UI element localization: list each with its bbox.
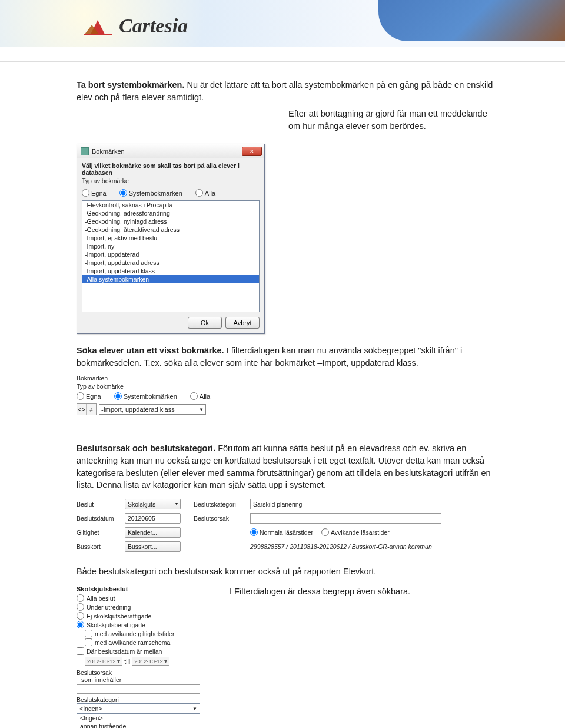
list-item[interactable]: -Import, uppdaterad adress	[82, 259, 259, 267]
field-control[interactable]: Kalender...	[125, 527, 181, 538]
checkbox-row[interactable]: med avvikande giltighetstider	[85, 629, 200, 638]
radio-label: Egna	[91, 190, 107, 197]
radio-option[interactable]: Avvikande läsårstider	[321, 528, 390, 536]
decision-row: BeslutSkolskjuts▾BeslutskategoriSärskild…	[77, 497, 441, 511]
p1-heading: Ta bort systembokmärken.	[77, 80, 184, 90]
radio-alla[interactable]: Alla	[195, 189, 215, 197]
date-from-picker[interactable]: 2012-10-12 ▾	[85, 657, 122, 666]
orsak-sub: som innehåller	[77, 676, 200, 683]
field-label-2: Beslutskategori	[194, 501, 250, 508]
radio-3[interactable]: Skolskjutsberättigade	[77, 620, 200, 629]
dialog-title: Bokmärken	[92, 148, 242, 155]
inline-radio-group: Normala läsårstiderAvvikande läsårstider	[250, 528, 390, 536]
radio-systembokmärken[interactable]: Systembokmärken	[119, 189, 182, 197]
date-range-check[interactable]: Där beslutsdatum är mellan	[77, 647, 200, 656]
filter-title: Skolskjutsbeslut	[77, 585, 200, 593]
decision-row: Beslutsdatum20120605Beslutsorsak	[77, 511, 441, 525]
list-item[interactable]: -Import, uppdaterad	[82, 250, 259, 259]
logo-icon	[82, 14, 113, 38]
paragraph-1: Ta bort systembokmärken. Nu är det lätta…	[77, 79, 500, 103]
paragraph-3: Söka elever utan ett visst bokmärke. I f…	[77, 345, 500, 369]
logo: Cartesia	[82, 14, 188, 38]
list-item[interactable]: -Geokodning, nyinlagd adress	[82, 217, 259, 226]
radio-label: Alla	[205, 190, 215, 197]
radio-group-type: EgnaSystembokmärkenAlla	[82, 188, 260, 200]
list-item[interactable]: -Elevkontroll, saknas i Procapita	[82, 201, 259, 209]
list-item[interactable]: -Geokodning, adressförändring	[82, 209, 259, 217]
radio-input[interactable]	[82, 189, 89, 197]
type-label: Typ av bokmärke	[82, 177, 260, 184]
bookmark-filter-panel: Bokmärken Typ av bokmärke EgnaSystembokm…	[77, 375, 206, 415]
radio-input[interactable]	[114, 392, 122, 400]
radio-alla[interactable]: Alla	[190, 392, 210, 400]
paragraph-2: Efter att borttagning är gjord får man e…	[288, 108, 500, 132]
bookmark-listbox[interactable]: -Elevkontroll, saknas i Procapita-Geokod…	[82, 200, 260, 312]
field-label: Giltighet	[77, 529, 125, 536]
field-control[interactable]: Skolskjuts▾	[125, 499, 181, 509]
bookmark-icon	[81, 147, 89, 155]
p4-heading: Beslutsorsak och beslutskategori.	[77, 444, 215, 453]
date-range-label: Där beslutsdatum är mellan	[87, 648, 162, 655]
date-range-checkbox[interactable]	[77, 647, 84, 655]
radio-egna[interactable]: Egna	[77, 392, 101, 400]
radio-input[interactable]	[190, 392, 198, 400]
ok-button[interactable]: Ok	[188, 317, 222, 329]
bookmark-delete-dialog: Bokmärken ✕ Välj vilket bokmärke som ska…	[77, 144, 265, 334]
bookmark-select-value: -Import, uppdaterad klass	[101, 406, 175, 413]
field-control[interactable]: 20120605	[125, 513, 181, 524]
date-sep: till	[124, 658, 130, 665]
date-to-picker[interactable]: 2012-10-12 ▾	[132, 657, 170, 666]
sf-title: Bokmärken	[77, 375, 206, 382]
radio-input[interactable]	[77, 392, 84, 400]
sf-radio-group: EgnaSystembokmärkenAlla	[77, 391, 206, 403]
list-item[interactable]: -Import, ny	[82, 242, 259, 250]
checkbox-row[interactable]: med avvikande ramschema	[85, 638, 200, 647]
radio-0[interactable]: Alla beslut	[77, 594, 200, 603]
radio-2[interactable]: Ej skolskjutsberättigade	[77, 611, 200, 620]
bookmark-select[interactable]: -Import, uppdaterad klass ▼	[99, 404, 206, 415]
skolskjutsbeslut-filter-panel: Skolskjutsbeslut Alla beslutUnder utredn…	[77, 585, 200, 728]
radio-egna[interactable]: Egna	[82, 189, 107, 197]
list-item[interactable]: -Import, uppdaterad klass	[82, 267, 259, 275]
dialog-titlebar[interactable]: Bokmärken ✕	[77, 144, 264, 158]
filter-operator-buttons: <> ≠	[77, 403, 97, 415]
radio-label: Alla	[200, 393, 210, 400]
field-label: Beslut	[77, 501, 125, 508]
radio-input[interactable]	[195, 189, 203, 197]
header-banner: Cartesia	[0, 0, 565, 59]
dropdown-option[interactable]: annan fristående	[77, 722, 200, 728]
logo-text: Cartesia	[119, 15, 188, 37]
decision-row: GiltighetKalender...Normala läsårstiderA…	[77, 525, 441, 540]
text-input[interactable]: Särskild planering	[250, 499, 441, 509]
field-label-2: Beslutsorsak	[194, 515, 250, 522]
operator-equals-button[interactable]: <>	[77, 404, 87, 415]
orsak-input[interactable]	[77, 684, 200, 694]
radio-1[interactable]: Under utredning	[77, 603, 200, 611]
list-item[interactable]: -Geokodning, återaktiverad adress	[82, 226, 259, 234]
radio-systembokmärken[interactable]: Systembokmärken	[114, 392, 177, 400]
paragraph-5: Både beslutskategori och beslutsorsak ko…	[77, 565, 500, 578]
decision-form: BeslutSkolskjuts▾BeslutskategoriSärskild…	[77, 497, 441, 554]
dialog-header-line: Välj vilket bokmärke som skall tas bort …	[82, 162, 260, 176]
kat-label: Beslutskategori	[77, 696, 200, 703]
radio-option[interactable]: Normala läsårstider	[250, 528, 313, 536]
cancel-button[interactable]: Avbryt	[225, 317, 260, 329]
paragraph-4: Beslutsorsak och beslutskategori. Föruto…	[77, 442, 500, 491]
field-label: Busskort	[77, 543, 125, 550]
operator-notequals-button[interactable]: ≠	[87, 404, 96, 415]
paragraph-6: I Filterdialogen är dessa begrepp även s…	[230, 585, 410, 598]
list-item[interactable]: -Import, ej aktiv med beslut	[82, 234, 259, 242]
text-input[interactable]	[250, 513, 441, 524]
close-icon[interactable]: ✕	[242, 147, 262, 156]
field-control[interactable]: Busskort...	[125, 541, 181, 552]
header-cloud-graphic	[378, 0, 565, 41]
orsak-label: Beslutsorsak	[77, 669, 200, 676]
kategori-dropdown-open[interactable]: <Ingen> ▼ <Ingen>annan friståendeFriståe…	[77, 703, 200, 728]
sf-type-label: Typ av bokmärke	[77, 383, 206, 390]
dropdown-option[interactable]: <Ingen>	[77, 714, 200, 722]
radio-label: Systembokmärken	[129, 190, 182, 197]
radio-input[interactable]	[119, 189, 127, 197]
svg-rect-2	[84, 34, 112, 35]
radio-label: Egna	[86, 393, 101, 400]
list-item[interactable]: -Alla systembokmärken	[82, 275, 259, 283]
